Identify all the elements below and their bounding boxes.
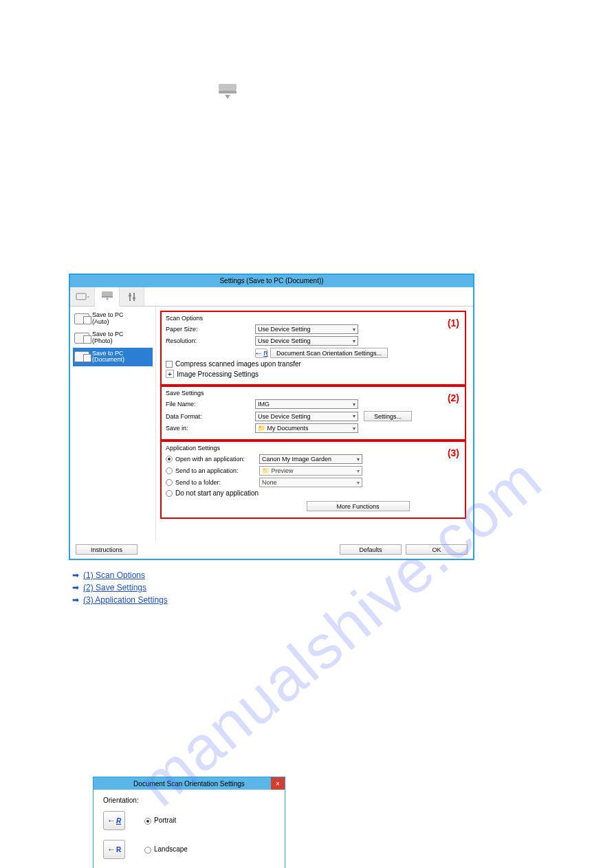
portrait-label: Portrait [154, 816, 176, 824]
sidebar-item-label: Save to PC(Photo) [92, 331, 124, 345]
link-save-settings[interactable]: (2) Save Settings [83, 583, 146, 592]
chevron-down-icon: ▾ [353, 425, 355, 432]
send-to-folder-radio[interactable] [166, 479, 173, 486]
settings-dialog: Settings (Save to PC (Document)) Save to… [69, 274, 474, 560]
close-button[interactable]: × [271, 777, 285, 790]
scan-options-group: (1) Scan Options Paper Size: Use Device … [160, 311, 466, 386]
file-name-input[interactable]: IMG▾ [255, 399, 358, 409]
landscape-label: Landscape [154, 845, 188, 853]
portrait-icon: ←R [103, 811, 125, 830]
portrait-radio[interactable] [144, 818, 151, 825]
tab-save-to-pc[interactable] [95, 287, 120, 307]
landscape-icon: ←R [103, 840, 125, 859]
sidebar-item-label: Save to PC(Document) [92, 350, 124, 364]
svg-rect-1 [219, 91, 237, 93]
dialog-title: Settings (Save to PC (Document)) [70, 275, 473, 287]
arrow-icon: ➡ [72, 583, 79, 592]
expand-button[interactable]: + [166, 370, 174, 378]
chevron-down-icon: ▾ [353, 413, 355, 419]
send-to-folder-select[interactable]: None▾ [259, 478, 362, 487]
svg-point-8 [133, 297, 135, 300]
section-number-3: (3) [448, 447, 459, 458]
resolution-select[interactable]: Use Device Setting▾ [255, 336, 358, 346]
save-in-label: Save in: [166, 425, 255, 432]
orientation-dialog-title: Document Scan Orientation Settings × [94, 777, 285, 790]
svg-rect-4 [102, 296, 113, 298]
sidebar-item-auto[interactable]: Save to PC(Auto) [73, 309, 153, 329]
app-settings-group: (3) Application Settings Open with an ap… [160, 441, 466, 519]
dialog-sidebar: Save to PC(Auto) Save to PC(Photo) Save … [70, 307, 156, 540]
sidebar-item-document[interactable]: Save to PC(Document) [73, 348, 153, 367]
send-to-app-label: Send to an application: [175, 467, 259, 474]
file-name-label: File Name: [166, 401, 255, 408]
arrow-icon: ➡ [72, 595, 79, 605]
chevron-down-icon: ▾ [357, 480, 360, 486]
sidebar-item-photo[interactable]: Save to PC(Photo) [73, 329, 153, 348]
svg-rect-0 [219, 84, 237, 91]
ok-button[interactable]: OK [406, 544, 468, 555]
dialog-footer: Instructions Defaults OK [70, 540, 473, 559]
data-format-settings-button[interactable]: Settings... [364, 411, 412, 421]
open-with-radio[interactable] [166, 456, 173, 463]
resolution-label: Resolution: [166, 337, 255, 344]
save-to-pc-icon [74, 351, 89, 362]
svg-rect-3 [102, 291, 113, 296]
scanner-header-icon [217, 82, 614, 102]
save-settings-group: (2) Save Settings File Name: IMG▾ Data F… [160, 386, 466, 441]
no-start-label: Do not start any application [175, 489, 259, 497]
instructions-button[interactable]: Instructions [76, 544, 138, 555]
svg-rect-2 [76, 293, 86, 300]
orientation-icon: ←R [255, 348, 267, 358]
save-in-select[interactable]: 📁 My Documents▾ [255, 423, 358, 433]
section-number-1: (1) [448, 318, 459, 329]
sidebar-item-label: Save to PC(Auto) [92, 312, 124, 326]
open-with-label: Open with an application: [175, 456, 259, 463]
scan-options-heading: Scan Options [166, 315, 461, 322]
paper-size-label: Paper Size: [166, 326, 255, 333]
data-format-label: Data Format: [166, 413, 255, 420]
data-format-select[interactable]: Use Device Setting▾ [255, 412, 358, 421]
link-app-settings[interactable]: (3) Application Settings [83, 595, 168, 605]
section-number-2: (2) [448, 392, 459, 403]
section-links: ➡(1) Scan Options ➡(2) Save Settings ➡(3… [72, 570, 614, 605]
chevron-down-icon: ▾ [353, 326, 355, 333]
paper-size-select[interactable]: Use Device Setting▾ [255, 324, 358, 334]
chevron-down-icon: ▾ [353, 338, 355, 344]
compress-label: Compress scanned images upon transfer [175, 360, 301, 368]
open-with-select[interactable]: Canon My Image Garden▾ [259, 454, 362, 464]
save-to-pc-icon [74, 313, 89, 324]
image-processing-label: Image Processing Settings [177, 370, 259, 378]
landscape-radio[interactable] [144, 847, 151, 854]
dialog-tabs [70, 287, 473, 307]
save-settings-heading: Save Settings [166, 390, 461, 397]
chevron-down-icon: ▾ [353, 401, 355, 408]
more-functions-button[interactable]: More Functions [307, 501, 410, 511]
app-settings-heading: Application Settings [166, 445, 461, 452]
send-to-folder-label: Send to a folder: [175, 479, 259, 486]
svg-point-7 [129, 294, 131, 297]
orientation-heading: Orientation: [103, 797, 275, 804]
no-start-radio[interactable] [166, 490, 173, 497]
chevron-down-icon: ▾ [357, 456, 360, 463]
orientation-dialog: Document Scan Orientation Settings × Ori… [93, 777, 285, 868]
orientation-settings-button[interactable]: Document Scan Orientation Settings... [270, 348, 388, 358]
send-to-app-radio[interactable] [166, 467, 173, 474]
send-to-app-select[interactable]: 📁 Preview▾ [259, 466, 362, 476]
chevron-down-icon: ▾ [357, 468, 360, 474]
compress-checkbox[interactable] [166, 361, 173, 368]
tab-general[interactable] [120, 287, 144, 306]
save-to-pc-icon [74, 333, 89, 344]
defaults-button[interactable]: Defaults [340, 544, 402, 555]
tab-scan-from-pc[interactable] [70, 287, 95, 306]
arrow-icon: ➡ [72, 570, 79, 580]
link-scan-options[interactable]: (1) Scan Options [83, 570, 145, 580]
